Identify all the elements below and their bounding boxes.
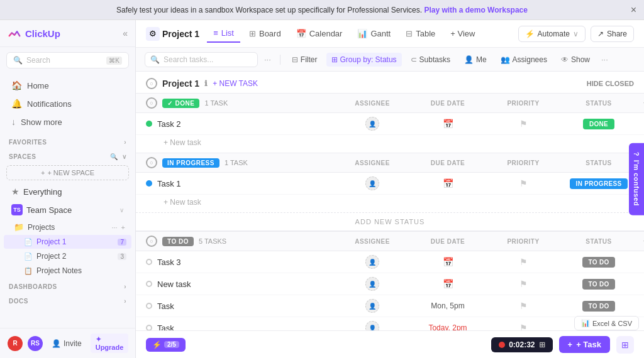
- in-progress-status-badge[interactable]: IN PROGRESS: [162, 158, 219, 168]
- tab-calendar[interactable]: 📅 Calendar: [290, 25, 349, 42]
- priority-flag[interactable]: ⚑: [519, 279, 528, 289]
- due-date-icon[interactable]: 📅: [443, 119, 453, 129]
- assignee-avatar[interactable]: 👤: [365, 255, 379, 269]
- priority-flag[interactable]: ⚑: [519, 178, 528, 188]
- table-row: Task 2 👤 📅 ⚑ DONE: [136, 113, 644, 135]
- im-confused-button[interactable]: ? I'm confused: [629, 143, 644, 215]
- spaces-section-header: SPACES 🔍 ∨: [0, 148, 135, 163]
- clickup-logo[interactable]: ClickUp: [8, 26, 60, 40]
- project-expand-icon[interactable]: ○: [146, 78, 157, 89]
- me-button[interactable]: 👤 Me: [459, 53, 492, 67]
- status-pill[interactable]: IN PROGRESS: [570, 178, 628, 189]
- group-to-do-expand[interactable]: ○: [146, 236, 157, 247]
- invite-button[interactable]: 👤 Invite: [48, 337, 86, 350]
- hide-closed-button[interactable]: HIDE CLOSED: [587, 80, 634, 87]
- status-pill[interactable]: TO DO: [582, 279, 616, 290]
- add-new-status-button[interactable]: ADD NEW STATUS: [136, 212, 644, 231]
- tree-item-project-2[interactable]: 📄 Project 2 3: [4, 249, 131, 263]
- sidebar-tree: 📁 Projects ··· + 📄 Project 1 7 📄 Project…: [0, 219, 135, 278]
- add-task-done[interactable]: + New task: [136, 135, 644, 150]
- banner-link[interactable]: Play with a demo Workspace: [424, 6, 528, 14]
- search-box[interactable]: 🔍 Search ⌘K: [6, 52, 129, 68]
- project-section-header: ○ Project 1 ℹ + NEW TASK HIDE CLOSED: [136, 72, 644, 93]
- favorites-expand-icon[interactable]: ›: [124, 139, 126, 146]
- spaces-search-icon[interactable]: 🔍: [110, 153, 118, 160]
- sidebar-nav: 🏠 Home 🔔 Notifications ↓ Show more: [0, 73, 135, 134]
- due-date-icon[interactable]: 📅: [443, 178, 453, 188]
- search-tasks-input[interactable]: 🔍 Search tasks...: [145, 52, 258, 67]
- group-in-progress-expand[interactable]: ○: [146, 157, 157, 168]
- sidebar-collapse-button[interactable]: «: [123, 28, 128, 38]
- done-status-badge[interactable]: ✓ DONE: [162, 99, 199, 108]
- search-more-icon[interactable]: ···: [262, 52, 274, 67]
- project-info-icon[interactable]: ℹ: [204, 79, 208, 88]
- group-by-button[interactable]: ⊞ Group by: Status: [326, 53, 402, 67]
- due-date-icon[interactable]: 📅: [443, 257, 453, 267]
- dashboards-expand-icon[interactable]: ›: [124, 283, 126, 290]
- assignee-avatar[interactable]: 👤: [365, 299, 379, 313]
- docs-expand-icon[interactable]: ›: [124, 298, 126, 305]
- tab-add-view[interactable]: + View: [444, 25, 481, 42]
- toolbar-more-icon[interactable]: ···: [599, 52, 611, 67]
- assignees-button[interactable]: 👥 Assignees: [496, 53, 552, 67]
- tree-item-project-1[interactable]: 📄 Project 1 7: [4, 235, 131, 249]
- status-pill[interactable]: DONE: [583, 119, 614, 129]
- priority-flag[interactable]: ⚑: [519, 119, 528, 129]
- subtasks-button[interactable]: ⊂ Subtasks: [406, 53, 455, 67]
- priority-flag[interactable]: ⚑: [519, 301, 528, 311]
- status-col-header-3: STATUS: [561, 238, 636, 245]
- task-dot: [146, 180, 152, 187]
- add-task-button[interactable]: + + Task: [559, 336, 610, 353]
- priority-flag[interactable]: ⚑: [519, 257, 528, 267]
- add-col-done[interactable]: +: [636, 97, 644, 109]
- automate-button[interactable]: ⚡ Automate ∨: [518, 26, 586, 42]
- projects-more-icon[interactable]: ···: [110, 224, 118, 231]
- sidebar-item-show-more[interactable]: ↓ Show more: [4, 113, 131, 131]
- sidebar-item-home[interactable]: 🏠 Home: [4, 77, 131, 94]
- status-col-header: STATUS: [561, 100, 636, 107]
- team-space-expand-icon[interactable]: ∨: [119, 207, 124, 214]
- show-more-icon: ↓: [11, 117, 16, 127]
- group-icon: ⊞: [331, 55, 338, 64]
- new-space-button[interactable]: + + NEW SPACE: [6, 165, 129, 180]
- add-col-to-do[interactable]: +: [636, 236, 644, 247]
- share-button[interactable]: ↗ Share: [591, 26, 634, 42]
- assignee-avatar[interactable]: 👤: [365, 277, 379, 291]
- to-do-status-badge[interactable]: TO DO: [162, 237, 194, 246]
- due-date-col-header: DUE DATE: [410, 100, 486, 107]
- share-icon: ↗: [597, 30, 604, 38]
- due-date-text[interactable]: Mon, 5pm: [431, 301, 464, 310]
- due-date-icon[interactable]: 📅: [443, 279, 453, 289]
- status-pill[interactable]: TO DO: [582, 257, 616, 268]
- group-done-expand[interactable]: ○: [146, 97, 157, 109]
- spaces-expand-icon[interactable]: ∨: [122, 153, 127, 160]
- home-icon: 🏠: [11, 80, 22, 90]
- new-task-button[interactable]: + NEW TASK: [213, 79, 258, 88]
- tab-list[interactable]: ≡ List: [207, 24, 240, 43]
- assignee-avatar[interactable]: 👤: [365, 117, 379, 131]
- sprint-button[interactable]: ⚡ 2/5: [146, 338, 186, 352]
- tab-board[interactable]: ⊞ Board: [243, 25, 287, 42]
- add-task-in-progress[interactable]: + New task: [136, 195, 644, 210]
- project-1-icon: 📄: [24, 238, 33, 246]
- projects-add-icon[interactable]: +: [120, 224, 126, 231]
- show-button[interactable]: 👁 Show: [556, 53, 595, 67]
- upgrade-button[interactable]: ✦ Upgrade: [91, 334, 129, 353]
- tab-gantt[interactable]: 📊 Gantt: [351, 25, 397, 42]
- tree-item-project-notes[interactable]: 📋 Project Notes: [4, 264, 131, 278]
- filter-button[interactable]: ⊟ Filter: [287, 53, 323, 67]
- sidebar-item-team-space[interactable]: TS Team Space ∨: [4, 201, 131, 219]
- assignee-avatar[interactable]: 👤: [365, 176, 379, 190]
- tree-item-projects[interactable]: 📁 Projects ··· +: [4, 220, 131, 234]
- automate-icon: ⚡: [525, 30, 535, 38]
- grid-view-button[interactable]: ⊞: [616, 336, 634, 354]
- timer-button[interactable]: 0:02:32 ⊞: [491, 337, 552, 352]
- sidebar-item-everything[interactable]: ★ Everything: [4, 183, 131, 200]
- excel-csv-button[interactable]: 📊 Excel & CSV: [574, 316, 639, 330]
- status-pill[interactable]: TO DO: [582, 301, 616, 312]
- close-banner-button[interactable]: ×: [631, 4, 636, 16]
- sidebar-item-notifications[interactable]: 🔔 Notifications: [4, 95, 131, 112]
- tab-table[interactable]: ⊟ Table: [399, 25, 441, 42]
- search-tasks-icon: 🔍: [150, 55, 160, 64]
- table-icon: ⊟: [406, 29, 413, 38]
